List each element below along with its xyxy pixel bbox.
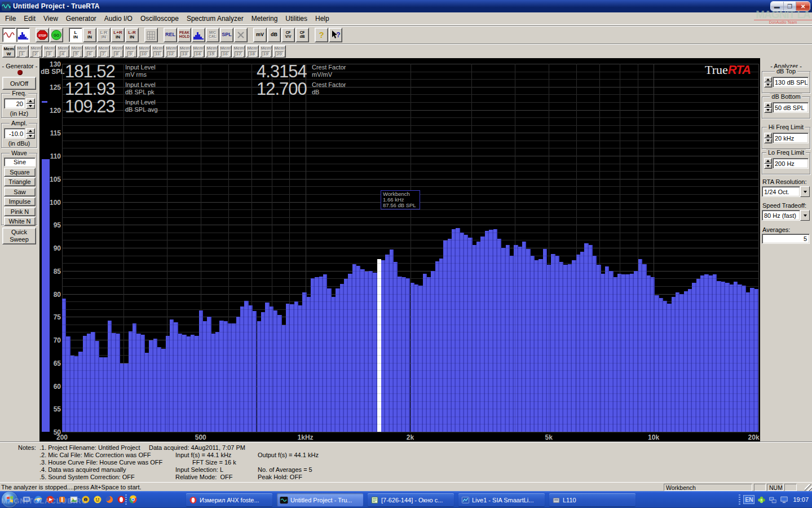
freq-tick-label: 200 [56,433,68,441]
menu-edit[interactable]: Edit [20,13,39,24]
menu-audio-i-o[interactable]: Audio I/O [100,13,136,24]
wave-square-button[interactable]: Square [4,168,36,177]
wave-sine-button[interactable]: Sine [4,157,36,167]
group-spinner[interactable] [764,158,772,169]
wave-impulse-button[interactable]: Impulse [4,197,36,206]
wave-saw-button[interactable]: Saw [4,187,36,196]
spectrum-chart: dB SPL 130125120115110105100959085807570… [39,58,760,441]
frequency-up-icon[interactable] [26,98,35,104]
help-button[interactable]: ? [315,28,328,42]
wave-pink-n-button[interactable]: Pink N [4,207,36,216]
spectrum-bar [510,256,514,432]
group-label: dB Top [775,68,797,75]
millivolts-button[interactable]: mV [253,28,267,42]
amplitude-spinner[interactable] [26,128,35,139]
spectrum-bar [219,321,223,432]
spectrum-2-button[interactable] [192,28,205,42]
group-spinner[interactable] [764,77,772,87]
stop-button[interactable]: STOP [36,28,49,42]
spectrum-bar [66,336,70,432]
db-tick-label: 75 [41,313,61,321]
spectrum-bar [336,288,339,432]
rta-resolution-dropdown-icon[interactable] [800,186,810,197]
start-button[interactable] [2,492,17,507]
menu-view[interactable]: View [39,13,62,24]
chrome-icon[interactable] [128,494,138,505]
clock[interactable]: 19:07 [793,496,809,503]
spectrum-bar [178,334,182,432]
spl-button[interactable]: SPL [220,28,233,42]
quick-sweep-button[interactable]: Quick Sweep [2,227,36,244]
display-tray-icon[interactable] [780,496,788,503]
gridline-v-overlay [289,64,290,432]
relative-button[interactable]: REL [164,28,177,42]
minimize-button[interactable]: ▬ [771,2,784,11]
sine-wave-button[interactable] [2,28,16,42]
close-button[interactable]: ✕ [796,2,810,11]
crest-factor-db-button[interactable]: CFdB [295,28,309,42]
frequency-spinner[interactable] [26,98,35,109]
menu-utilities[interactable]: Utilities [281,13,311,24]
decibels-button[interactable]: dB [267,28,281,42]
left-input-button[interactable]: LIN [69,28,82,42]
menu-oscilloscope[interactable]: Oscilloscope [136,13,183,24]
taskbar-task-1[interactable]: Измерил АЧХ foste... [186,493,272,506]
speed-tradeoff-dropdown-icon[interactable] [800,210,810,221]
note-col1-row3: .3. House Curve File: House Curve was OF… [39,459,162,466]
gridline-v-overlay [471,64,472,432]
crest-factor-vv-button[interactable]: CFV/V [281,28,295,42]
menu-spectrum-analyzer[interactable]: Spectrum Analyzer [183,13,248,24]
averages-input[interactable]: 5 [762,234,810,244]
right-input-button[interactable]: RIN [83,28,96,42]
amplitude-down-icon[interactable] [26,134,35,139]
frequency-down-icon[interactable] [26,104,35,110]
taskbar-task-3[interactable]: [7-626-144] - Окно с... [368,493,454,506]
l-minus-r-input-button[interactable]: L-RIN [125,28,139,42]
photo-viewer-icon[interactable] [69,494,79,505]
spectrum-bar [170,319,174,432]
menu-file[interactable]: File [1,13,20,24]
media-player-icon[interactable] [45,494,55,505]
spectrum-bar [195,336,198,432]
taskbar-task-4[interactable]: Live1 - SIA SmaartLi... [458,493,545,506]
generator-onoff-button[interactable]: On/Off [2,77,36,90]
spectrum-bar [626,274,630,432]
network-tray-icon[interactable] [769,496,777,503]
group-spinner[interactable] [764,102,772,113]
mem-w-button[interactable]: MemW [2,45,15,58]
peak-hold-button[interactable]: PEAKHOLD [178,28,191,42]
language-indicator[interactable]: EN [743,495,754,504]
go-button[interactable]: GO [50,28,63,42]
wave-triangle-button[interactable]: Triangle [4,177,36,186]
daemon-tools-icon[interactable] [81,494,91,505]
context-help-button[interactable]: ? [329,28,342,42]
winamp-icon[interactable] [57,494,67,505]
maximize-button[interactable]: ❐ [784,2,797,11]
group-value[interactable]: 130 dB SPL [773,77,809,87]
group-value[interactable]: 20 kHz [773,133,809,143]
l-plus-r-input-button[interactable]: L+RIN [111,28,125,42]
menu-help[interactable]: Help [311,13,333,24]
menu-generator[interactable]: Generator [62,13,100,24]
amplitude-up-icon[interactable] [26,128,35,134]
wave-white-n-button[interactable]: White N [4,217,36,226]
internet-explorer-icon[interactable]: e [33,494,43,505]
amplitude-input[interactable]: -10.0 [4,128,25,139]
qip-icon[interactable] [92,494,103,505]
speed-tradeoff-select[interactable]: 80 Hz (fast) [762,210,810,221]
firefox-icon[interactable] [104,494,114,505]
frequency-input[interactable]: 20 [4,98,25,109]
group-value[interactable]: 50 dB SPL [773,102,809,113]
spectrum-bar [443,240,447,432]
spectrum-button[interactable] [16,28,30,42]
menu-metering[interactable]: Metering [248,13,282,24]
db-tick-label: 80 [41,291,61,299]
taskbar-task-2[interactable]: Untitled Project - Tru... [277,493,363,506]
group-spinner[interactable] [764,133,772,143]
icq-tray-icon[interactable] [757,496,766,503]
taskbar-task-5[interactable]: L110 [549,493,636,506]
group-value[interactable]: 200 Hz [773,158,809,169]
mem-6-button: Mem6 [83,45,96,58]
rta-resolution-select[interactable]: 1/24 Oct. [762,186,810,197]
show-desktop-icon[interactable] [21,494,32,505]
